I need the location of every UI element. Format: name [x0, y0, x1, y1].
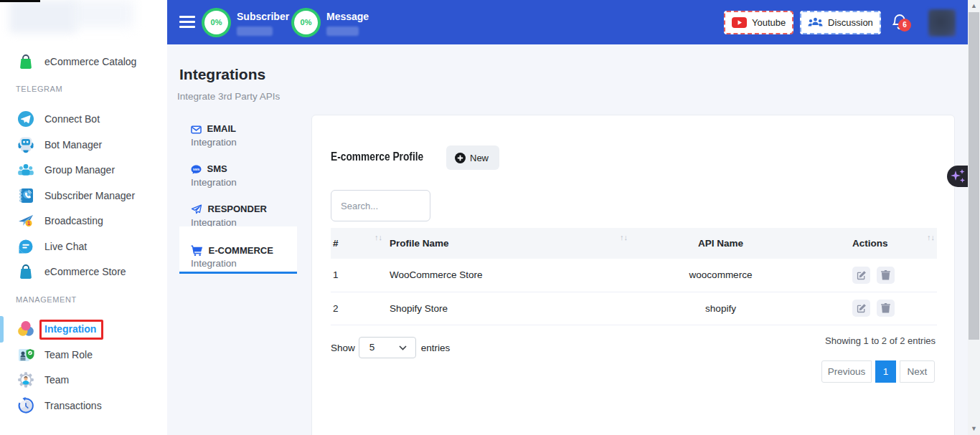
svg-text:1: 1: [27, 220, 30, 226]
svg-text:SMS: SMS: [193, 168, 199, 171]
